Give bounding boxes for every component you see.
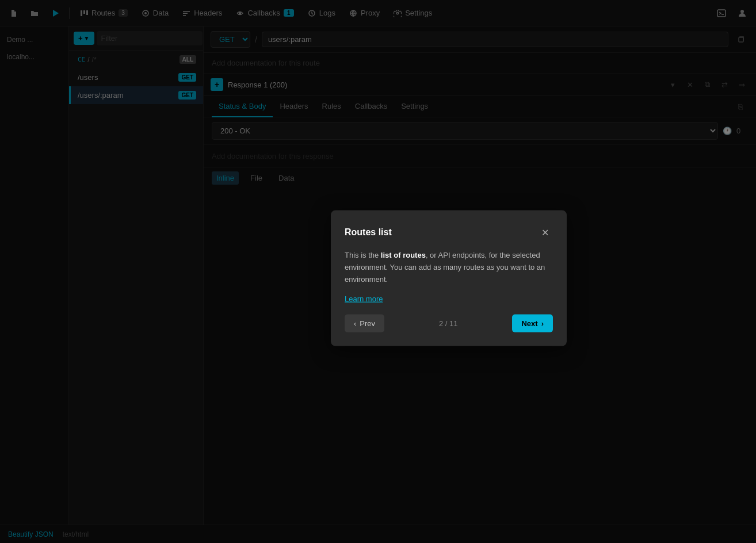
modal-body: This is the list of routes, or API endpo… bbox=[345, 250, 553, 285]
next-button[interactable]: Next › bbox=[512, 315, 553, 332]
pagination-label: 2 / 11 bbox=[439, 319, 458, 328]
chevron-left-icon: ‹ bbox=[354, 319, 356, 328]
modal-footer: ‹ Prev 2 / 11 Next › bbox=[345, 315, 553, 332]
chevron-right-icon: › bbox=[541, 319, 544, 328]
modal-text-bold: list of routes bbox=[381, 251, 426, 259]
modal-text-before: This is the bbox=[345, 251, 381, 259]
learn-more-link[interactable]: Learn more bbox=[345, 295, 553, 303]
modal-routes-list: Routes list ✕ This is the list of routes… bbox=[331, 211, 567, 346]
modal-close-button[interactable]: ✕ bbox=[537, 224, 553, 240]
modal-title: Routes list bbox=[345, 227, 392, 238]
prev-label: Prev bbox=[360, 319, 375, 328]
modal-header: Routes list ✕ bbox=[345, 224, 553, 240]
prev-button[interactable]: ‹ Prev bbox=[345, 315, 384, 332]
next-label: Next bbox=[521, 319, 537, 328]
